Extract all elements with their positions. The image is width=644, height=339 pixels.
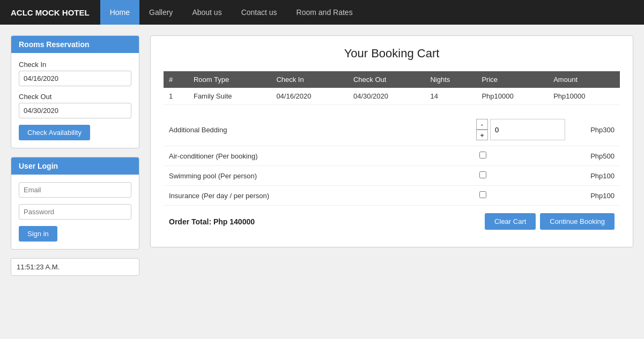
nav-item-home[interactable]: Home [100,0,139,25]
navbar-nav: Home Gallery About us Contact us Room an… [100,0,362,25]
booking-table: # Room Type Check In Check Out Nights Pr… [164,71,620,105]
action-buttons: Clear Cart Continue Booking [485,213,615,230]
login-card: User Login Sign in [11,157,139,250]
nav-item-contact[interactable]: Contact us [232,0,287,25]
col-nights: Nights [425,71,476,88]
nav-link-contact[interactable]: Contact us [232,0,287,25]
login-title: User Login [19,162,58,170]
time-display: 11:51:23 A.M. [11,258,139,276]
stepper-plus-button[interactable]: + [476,130,488,140]
email-group [19,182,131,198]
reservation-title: Rooms Reservation [19,40,89,49]
reservation-card: Rooms Reservation Check In Check Out Che… [11,35,139,148]
addon-label: Insurance (Per day / per person) [169,192,473,200]
addon-row-stepper: Additional Bedding-+Php300 [164,114,620,146]
checkin-label: Check In [19,61,131,69]
nav-link-home[interactable]: Home [100,0,139,25]
addon-price: Php300 [572,126,615,134]
stepper-minus-button[interactable]: - [476,119,488,130]
col-amount: Amount [548,71,620,88]
navbar: ACLC MOCK HOTEL Home Gallery About us Co… [0,0,644,25]
table-row: 1Family Suite04/16/202004/30/202014Php10… [164,88,620,105]
booking-title: Your Booking Cart [164,47,620,61]
addon-checkbox-area [479,171,565,180]
booking-panel: Your Booking Cart # Room Type Check In C… [150,35,633,247]
login-card-header: User Login [11,157,139,175]
addon-label: Additional Bedding [169,126,470,134]
navbar-brand: ACLC MOCK HOTEL [11,8,90,17]
addon-checkbox-area [479,191,565,200]
addon-checkbox-area [479,152,565,160]
addon-label: Air-conditioner (Per booking) [169,152,473,160]
nav-item-rooms[interactable]: Room and Rates [287,0,362,25]
col-price: Price [476,71,548,88]
signin-button[interactable]: Sign in [19,226,57,242]
col-checkout: Check Out [348,71,425,88]
login-card-body: Sign in [11,175,139,249]
addon-checkbox[interactable] [479,171,486,178]
clear-cart-button[interactable]: Clear Cart [485,213,536,230]
addon-label: Swimming pool (Per person) [169,172,473,180]
nav-link-about[interactable]: About us [182,0,231,25]
checkout-group: Check Out [19,93,131,118]
nav-item-gallery[interactable]: Gallery [139,0,182,25]
check-availability-button[interactable]: Check Availability [19,125,90,140]
stepper-input[interactable] [490,119,565,140]
addon-price: Php500 [572,152,615,160]
order-total-label: Order Total: Php 140000 [169,217,255,226]
addon-checkbox[interactable] [479,152,486,159]
addons-section: Additional Bedding-+Php300Air-conditione… [164,114,620,206]
nav-link-rooms[interactable]: Room and Rates [287,0,362,25]
reservation-card-header: Rooms Reservation [11,36,139,53]
checkout-label: Check Out [19,93,131,101]
password-group [19,204,131,220]
continue-booking-button[interactable]: Continue Booking [540,213,615,230]
order-total-row: Order Total: Php 140000 Clear Cart Conti… [164,206,620,234]
page-content: Rooms Reservation Check In Check Out Che… [0,25,644,287]
booking-table-body: 1Family Suite04/16/202004/30/202014Php10… [164,88,620,105]
addon-row-checkbox: Swimming pool (Per person)Php100 [164,166,620,186]
email-input[interactable] [19,182,131,198]
reservation-card-body: Check In Check Out Check Availability [11,53,139,148]
addon-checkbox[interactable] [479,191,486,198]
checkin-input[interactable] [19,71,131,86]
col-checkin: Check In [271,71,348,88]
addon-price: Php100 [572,192,615,200]
checkout-input[interactable] [19,103,131,118]
addon-row-checkbox: Insurance (Per day / per person)Php100 [164,186,620,206]
nav-item-about[interactable]: About us [182,0,231,25]
addon-price: Php100 [572,172,615,180]
col-num: # [164,71,188,88]
col-room-type: Room Type [188,71,271,88]
left-panel: Rooms Reservation Check In Check Out Che… [11,35,139,276]
password-input[interactable] [19,204,131,220]
checkin-group: Check In [19,61,131,86]
booking-table-header: # Room Type Check In Check Out Nights Pr… [164,71,620,88]
stepper-control: -+ [476,119,565,140]
addon-row-checkbox: Air-conditioner (Per booking)Php500 [164,146,620,166]
nav-link-gallery[interactable]: Gallery [139,0,182,25]
